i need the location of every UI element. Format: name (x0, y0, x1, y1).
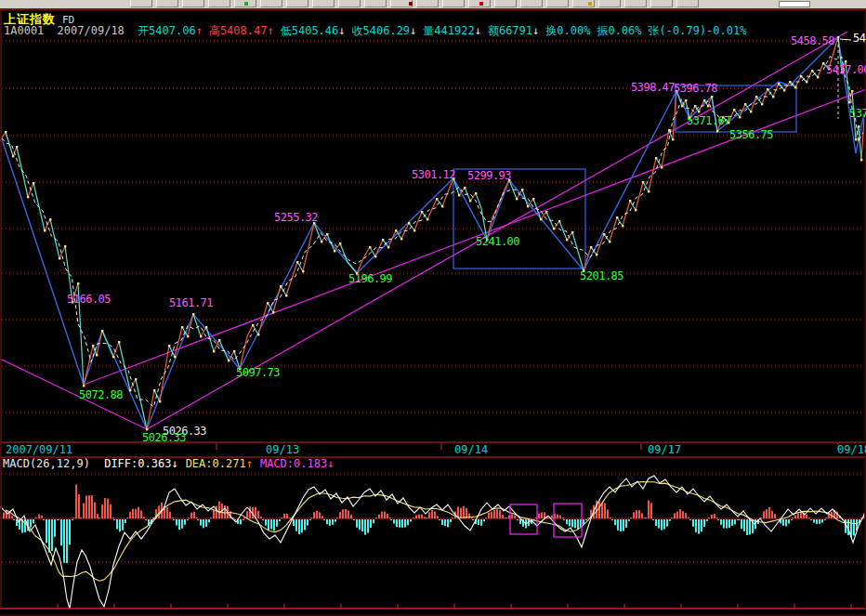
macd-histogram-bar-up (193, 512, 195, 518)
price-pivot-dot (49, 218, 51, 220)
price-pivot-dot (267, 302, 269, 304)
price-line-segment (193, 314, 201, 336)
macd-histogram-bar-up (310, 518, 312, 518)
macd-histogram-bar-up (257, 511, 259, 518)
price-pivot-dot (426, 218, 428, 220)
macd-histogram-bar-down (571, 519, 573, 527)
chart-canvas[interactable] (0, 0, 866, 616)
macd-histogram-bar-down (701, 519, 702, 531)
price-pivot-dot (603, 233, 605, 235)
price-pivot-label: 5097.73 (236, 368, 280, 378)
price-pivot-dot (200, 335, 202, 337)
price-pivot-dot (59, 257, 60, 259)
macd-histogram-bar-down (738, 519, 740, 520)
price-line-segment (247, 325, 253, 336)
macd-histogram-bar-down (208, 519, 210, 522)
macd-histogram-bar-up (339, 512, 341, 518)
macd-histogram-bar-up (196, 518, 198, 518)
date-tick-label: 09/13 (266, 444, 299, 455)
macd-histogram-bar-up (418, 515, 420, 518)
macd-histogram-bar-up (210, 518, 212, 518)
macd-histogram-bar-up (431, 510, 433, 518)
macd-histogram-bar-up (35, 518, 37, 518)
macd-histogram-bar-up (648, 501, 650, 518)
price-pivot-dot (800, 75, 802, 77)
macd-histogram-bar-up (378, 515, 380, 518)
price-pivot-dot (661, 166, 663, 168)
price-pivot-dot (228, 360, 230, 361)
price-pivot-dot (187, 335, 189, 337)
macd-histogram-bar-down (393, 519, 395, 524)
macd-histogram-bar-up (218, 502, 220, 518)
macd-histogram-bar-down (652, 519, 654, 520)
macd-histogram-bar-down (785, 519, 787, 526)
macd-histogram-bar-up (140, 510, 142, 518)
price-pivot-dot (698, 111, 700, 112)
macd-histogram-bar-up (544, 512, 545, 518)
macd-histogram-bar-down (574, 519, 576, 528)
macd-histogram-bar-down (658, 519, 660, 529)
price-pivot-dot (858, 125, 859, 127)
macd-histogram-bar-down (13, 519, 15, 520)
macd-value: DIFF:0.363↓ (104, 458, 177, 470)
macd-histogram-bar-up (437, 516, 439, 518)
price-pivot-dot (860, 159, 862, 161)
macd-histogram-bar-down (625, 519, 627, 528)
price-line-segment (649, 158, 656, 191)
price-line-segment (636, 182, 643, 210)
macd-histogram-bar-up (85, 495, 87, 518)
price-pivot-dot (755, 96, 757, 98)
macd-histogram-bar-down (813, 519, 815, 523)
price-pivot-dot (469, 200, 471, 202)
macd-histogram-bar-down (726, 519, 728, 529)
macd-histogram-bar-up (426, 518, 427, 518)
macd-histogram-bar-up (6, 510, 7, 518)
price-pivot-label: 5356.75 (729, 130, 773, 140)
price-pivot-dot (733, 109, 735, 111)
macd-histogram-bar-up (559, 516, 561, 518)
macd-histogram-bar-up (502, 515, 504, 518)
macd-histogram-bar-down (119, 519, 121, 531)
price-pivot-dot (44, 229, 46, 231)
macd-histogram-bar-down (728, 519, 730, 528)
macd-histogram-bar-up (688, 518, 689, 518)
macd-histogram-bar-down (295, 519, 297, 531)
macd-histogram-bar-down (788, 519, 790, 524)
price-pivot-dot (694, 105, 696, 107)
macd-histogram-bar-down (268, 519, 269, 531)
macd-histogram-bar-down (240, 519, 242, 524)
price-line-segment (476, 193, 481, 208)
macd-histogram-bar-up (428, 512, 430, 518)
price-pivot-dot (135, 378, 137, 380)
macd-histogram-bar-down (301, 519, 303, 532)
macd-histogram-bar-up (679, 509, 681, 518)
price-pivot-label: 5371.67 (687, 116, 730, 126)
macd-histogram-bar-up (485, 518, 487, 518)
macd-histogram-bar-up (676, 512, 678, 518)
macd-histogram-bar-down (51, 519, 53, 551)
macd-histogram-bar-up (505, 518, 507, 518)
macd-histogram-bar-up (72, 518, 74, 518)
macd-histogram-bar-up (321, 516, 323, 518)
macd-histogram-bar-up (336, 518, 338, 518)
price-pivot-dot (837, 36, 839, 38)
price-pivot-label: 5417.00 (826, 65, 866, 75)
price-pivot-dot (369, 246, 371, 248)
macd-histogram-bar-down (824, 519, 826, 520)
macd-histogram-bar-down (309, 519, 311, 520)
price-pivot-dot (458, 194, 460, 196)
macd-histogram-bar-down (821, 519, 823, 522)
macd-histogram-bar-up (415, 515, 417, 518)
macd-histogram-bar-down (273, 519, 275, 531)
macd-histogram-bar-up (135, 509, 137, 518)
price-pivot-dot (257, 334, 259, 335)
macd-histogram-bar-down (746, 519, 748, 535)
macd-histogram-bar-down (187, 519, 189, 520)
macd-histogram-bar-up (768, 507, 770, 518)
price-pivot-label: 5398.47 (631, 83, 675, 93)
price-pivot-dot (192, 313, 194, 315)
peak-callout-line (840, 39, 851, 40)
macd-histogram-bar-up (806, 515, 807, 518)
macd-histogram-bar-down (472, 519, 474, 520)
macd-histogram-bar-up (460, 508, 462, 518)
